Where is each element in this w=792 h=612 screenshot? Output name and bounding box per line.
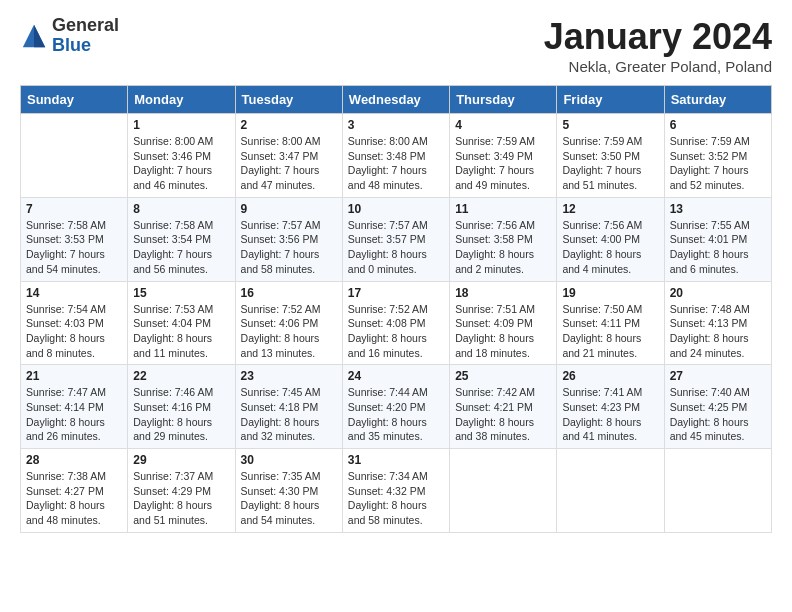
month-title: January 2024 (544, 16, 772, 58)
calendar-cell: 8Sunrise: 7:58 AMSunset: 3:54 PMDaylight… (128, 197, 235, 281)
day-info: Sunrise: 7:52 AMSunset: 4:08 PMDaylight:… (348, 302, 444, 361)
col-header-wednesday: Wednesday (342, 86, 449, 114)
day-number: 8 (133, 202, 229, 216)
day-info: Sunrise: 7:46 AMSunset: 4:16 PMDaylight:… (133, 385, 229, 444)
day-info: Sunrise: 7:54 AMSunset: 4:03 PMDaylight:… (26, 302, 122, 361)
calendar-cell: 16Sunrise: 7:52 AMSunset: 4:06 PMDayligh… (235, 281, 342, 365)
day-number: 24 (348, 369, 444, 383)
day-info: Sunrise: 7:57 AMSunset: 3:56 PMDaylight:… (241, 218, 337, 277)
day-info: Sunrise: 7:41 AMSunset: 4:23 PMDaylight:… (562, 385, 658, 444)
day-info: Sunrise: 7:59 AMSunset: 3:49 PMDaylight:… (455, 134, 551, 193)
calendar-cell: 14Sunrise: 7:54 AMSunset: 4:03 PMDayligh… (21, 281, 128, 365)
day-info: Sunrise: 7:57 AMSunset: 3:57 PMDaylight:… (348, 218, 444, 277)
calendar-cell: 18Sunrise: 7:51 AMSunset: 4:09 PMDayligh… (450, 281, 557, 365)
day-number: 6 (670, 118, 766, 132)
day-number: 1 (133, 118, 229, 132)
calendar-cell: 26Sunrise: 7:41 AMSunset: 4:23 PMDayligh… (557, 365, 664, 449)
day-info: Sunrise: 7:55 AMSunset: 4:01 PMDaylight:… (670, 218, 766, 277)
day-info: Sunrise: 7:58 AMSunset: 3:53 PMDaylight:… (26, 218, 122, 277)
calendar-cell: 28Sunrise: 7:38 AMSunset: 4:27 PMDayligh… (21, 449, 128, 533)
col-header-thursday: Thursday (450, 86, 557, 114)
day-info: Sunrise: 7:40 AMSunset: 4:25 PMDaylight:… (670, 385, 766, 444)
day-info: Sunrise: 7:35 AMSunset: 4:30 PMDaylight:… (241, 469, 337, 528)
day-number: 2 (241, 118, 337, 132)
title-block: January 2024 Nekla, Greater Poland, Pola… (544, 16, 772, 75)
calendar-cell: 7Sunrise: 7:58 AMSunset: 3:53 PMDaylight… (21, 197, 128, 281)
calendar-cell: 27Sunrise: 7:40 AMSunset: 4:25 PMDayligh… (664, 365, 771, 449)
day-number: 13 (670, 202, 766, 216)
day-info: Sunrise: 7:53 AMSunset: 4:04 PMDaylight:… (133, 302, 229, 361)
day-info: Sunrise: 7:47 AMSunset: 4:14 PMDaylight:… (26, 385, 122, 444)
calendar-cell: 1Sunrise: 8:00 AMSunset: 3:46 PMDaylight… (128, 114, 235, 198)
day-number: 9 (241, 202, 337, 216)
day-number: 3 (348, 118, 444, 132)
day-info: Sunrise: 8:00 AMSunset: 3:46 PMDaylight:… (133, 134, 229, 193)
calendar-cell: 30Sunrise: 7:35 AMSunset: 4:30 PMDayligh… (235, 449, 342, 533)
calendar-week-row: 1Sunrise: 8:00 AMSunset: 3:46 PMDaylight… (21, 114, 772, 198)
logo-icon (20, 22, 48, 50)
col-header-saturday: Saturday (664, 86, 771, 114)
day-number: 25 (455, 369, 551, 383)
calendar-cell: 13Sunrise: 7:55 AMSunset: 4:01 PMDayligh… (664, 197, 771, 281)
day-number: 18 (455, 286, 551, 300)
day-number: 16 (241, 286, 337, 300)
calendar-cell: 19Sunrise: 7:50 AMSunset: 4:11 PMDayligh… (557, 281, 664, 365)
calendar-table: SundayMondayTuesdayWednesdayThursdayFrid… (20, 85, 772, 533)
day-number: 28 (26, 453, 122, 467)
day-info: Sunrise: 7:38 AMSunset: 4:27 PMDaylight:… (26, 469, 122, 528)
calendar-cell: 3Sunrise: 8:00 AMSunset: 3:48 PMDaylight… (342, 114, 449, 198)
day-info: Sunrise: 7:45 AMSunset: 4:18 PMDaylight:… (241, 385, 337, 444)
col-header-monday: Monday (128, 86, 235, 114)
day-number: 23 (241, 369, 337, 383)
calendar-cell: 2Sunrise: 8:00 AMSunset: 3:47 PMDaylight… (235, 114, 342, 198)
page-header: General Blue January 2024 Nekla, Greater… (20, 16, 772, 75)
calendar-cell: 4Sunrise: 7:59 AMSunset: 3:49 PMDaylight… (450, 114, 557, 198)
day-number: 20 (670, 286, 766, 300)
day-number: 21 (26, 369, 122, 383)
day-number: 31 (348, 453, 444, 467)
calendar-cell (21, 114, 128, 198)
day-number: 10 (348, 202, 444, 216)
calendar-cell: 11Sunrise: 7:56 AMSunset: 3:58 PMDayligh… (450, 197, 557, 281)
day-info: Sunrise: 7:58 AMSunset: 3:54 PMDaylight:… (133, 218, 229, 277)
day-number: 19 (562, 286, 658, 300)
calendar-cell: 15Sunrise: 7:53 AMSunset: 4:04 PMDayligh… (128, 281, 235, 365)
calendar-cell: 23Sunrise: 7:45 AMSunset: 4:18 PMDayligh… (235, 365, 342, 449)
day-info: Sunrise: 7:42 AMSunset: 4:21 PMDaylight:… (455, 385, 551, 444)
day-number: 7 (26, 202, 122, 216)
day-number: 15 (133, 286, 229, 300)
calendar-cell: 9Sunrise: 7:57 AMSunset: 3:56 PMDaylight… (235, 197, 342, 281)
calendar-cell: 5Sunrise: 7:59 AMSunset: 3:50 PMDaylight… (557, 114, 664, 198)
day-info: Sunrise: 7:59 AMSunset: 3:50 PMDaylight:… (562, 134, 658, 193)
calendar-cell: 10Sunrise: 7:57 AMSunset: 3:57 PMDayligh… (342, 197, 449, 281)
day-info: Sunrise: 7:56 AMSunset: 3:58 PMDaylight:… (455, 218, 551, 277)
col-header-sunday: Sunday (21, 86, 128, 114)
calendar-cell: 29Sunrise: 7:37 AMSunset: 4:29 PMDayligh… (128, 449, 235, 533)
calendar-week-row: 28Sunrise: 7:38 AMSunset: 4:27 PMDayligh… (21, 449, 772, 533)
day-info: Sunrise: 7:34 AMSunset: 4:32 PMDaylight:… (348, 469, 444, 528)
day-info: Sunrise: 7:50 AMSunset: 4:11 PMDaylight:… (562, 302, 658, 361)
calendar-cell: 17Sunrise: 7:52 AMSunset: 4:08 PMDayligh… (342, 281, 449, 365)
calendar-week-row: 14Sunrise: 7:54 AMSunset: 4:03 PMDayligh… (21, 281, 772, 365)
col-header-tuesday: Tuesday (235, 86, 342, 114)
day-number: 29 (133, 453, 229, 467)
day-number: 11 (455, 202, 551, 216)
calendar-cell (664, 449, 771, 533)
day-info: Sunrise: 8:00 AMSunset: 3:48 PMDaylight:… (348, 134, 444, 193)
calendar-header-row: SundayMondayTuesdayWednesdayThursdayFrid… (21, 86, 772, 114)
day-number: 27 (670, 369, 766, 383)
day-info: Sunrise: 7:56 AMSunset: 4:00 PMDaylight:… (562, 218, 658, 277)
calendar-week-row: 7Sunrise: 7:58 AMSunset: 3:53 PMDaylight… (21, 197, 772, 281)
day-number: 26 (562, 369, 658, 383)
day-info: Sunrise: 7:48 AMSunset: 4:13 PMDaylight:… (670, 302, 766, 361)
logo-text: General Blue (52, 16, 119, 56)
day-info: Sunrise: 7:59 AMSunset: 3:52 PMDaylight:… (670, 134, 766, 193)
day-number: 22 (133, 369, 229, 383)
day-number: 12 (562, 202, 658, 216)
calendar-cell: 21Sunrise: 7:47 AMSunset: 4:14 PMDayligh… (21, 365, 128, 449)
col-header-friday: Friday (557, 86, 664, 114)
calendar-cell: 22Sunrise: 7:46 AMSunset: 4:16 PMDayligh… (128, 365, 235, 449)
logo: General Blue (20, 16, 119, 56)
calendar-cell (450, 449, 557, 533)
location: Nekla, Greater Poland, Poland (544, 58, 772, 75)
